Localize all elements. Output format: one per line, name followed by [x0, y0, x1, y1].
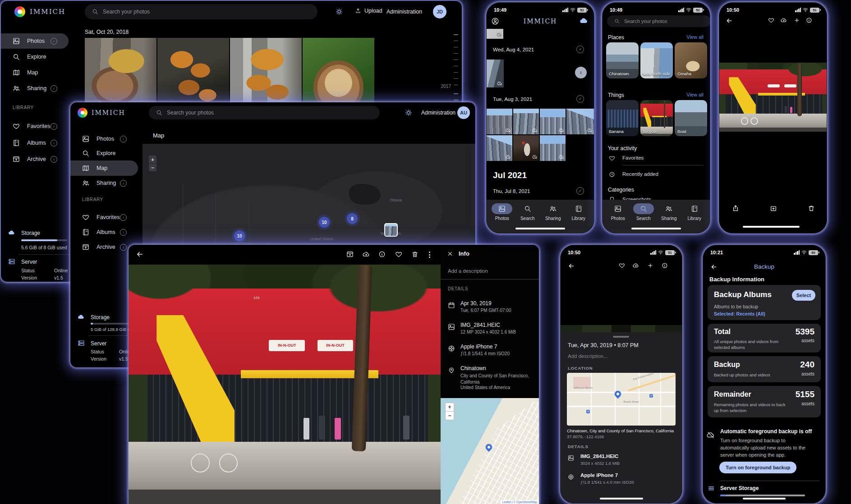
sidebar-item-archive[interactable]: Archive: [1, 151, 69, 167]
sidebar-item-favorites[interactable]: Favorites: [70, 210, 138, 225]
select-all-checkbox[interactable]: [576, 187, 584, 195]
immich-logo-icon[interactable]: [78, 108, 87, 118]
map-cluster[interactable]: 10: [234, 230, 245, 241]
home-indicator[interactable]: [631, 228, 681, 229]
thing-card[interactable]: Bicycle: [640, 100, 673, 136]
upload-button[interactable]: Upload: [355, 8, 382, 14]
search-input[interactable]: Search your photos: [85, 4, 317, 19]
description-input[interactable]: Add description...: [568, 353, 608, 359]
info-button[interactable]: [378, 251, 386, 258]
map-zoom-out-button[interactable]: [445, 411, 454, 420]
cloud-upload-button[interactable]: [781, 17, 787, 23]
photo-thumbnail[interactable]: [540, 135, 566, 161]
turn-on-foreground-backup-button[interactable]: Turn on foreground backup: [719, 462, 796, 473]
sidebar-item-map[interactable]: Map: [1, 65, 69, 80]
thing-card[interactable]: Boat: [675, 100, 707, 136]
sidebar-item-explore[interactable]: Explore: [1, 49, 69, 64]
home-indicator[interactable]: [743, 226, 800, 228]
info-icon[interactable]: [120, 229, 127, 236]
place-card[interactable]: Near north side: [640, 42, 673, 78]
activity-recent-row[interactable]: Recently added: [622, 171, 658, 177]
photo-edge-strip[interactable]: [561, 325, 682, 332]
add-to-album-button[interactable]: [794, 17, 800, 23]
places-view-all-link[interactable]: View all: [686, 34, 704, 40]
map-attribution[interactable]: Leaflet | © OpenStreetMap: [501, 500, 539, 504]
info-icon[interactable]: [120, 180, 127, 187]
sidebar-item-sharing[interactable]: Sharing: [70, 175, 138, 191]
activity-favorites-row[interactable]: Favorites: [622, 155, 644, 160]
favorite-heart-button[interactable]: [395, 251, 402, 258]
select-all-checkbox[interactable]: [576, 95, 584, 103]
timeline-scrubber[interactable]: [454, 34, 458, 88]
archive-button[interactable]: [346, 251, 354, 258]
photo-thumbnail[interactable]: [540, 109, 566, 134]
timeline-drag-handle[interactable]: [575, 67, 587, 78]
photo-thumbnail[interactable]: [513, 109, 539, 134]
administration-link[interactable]: Administration: [421, 110, 455, 116]
sidebar-item-archive[interactable]: Archive: [70, 239, 138, 255]
sidebar-item-albums[interactable]: Albums: [70, 225, 138, 240]
favorite-heart-button[interactable]: [768, 17, 774, 23]
sidebar-item-albums[interactable]: Albums: [1, 135, 69, 151]
close-icon[interactable]: [447, 251, 453, 257]
nav-photos[interactable]: Photos: [489, 203, 515, 233]
sidebar-item-map[interactable]: Map: [70, 160, 138, 176]
location-map[interactable]: Jefferson Street Beach Street The Embarc…: [567, 373, 676, 426]
info-map[interactable]: Leaflet | © OpenStreetMap: [441, 398, 539, 504]
photo-thumbnail[interactable]: [566, 109, 594, 134]
map-cluster[interactable]: 8: [347, 213, 358, 224]
nav-library[interactable]: Library: [566, 203, 592, 233]
place-card[interactable]: Chinatown: [606, 42, 639, 78]
photo-thumbnail[interactable]: [487, 29, 503, 39]
info-icon[interactable]: [51, 85, 57, 92]
info-icon[interactable]: [120, 136, 127, 142]
immich-logo-icon[interactable]: [14, 6, 25, 17]
search-input[interactable]: Search your photos: [149, 106, 380, 119]
back-button[interactable]: [726, 17, 733, 24]
description-input[interactable]: Add a description: [448, 268, 488, 274]
info-icon[interactable]: [51, 123, 57, 130]
nav-photos[interactable]: Photos: [605, 203, 631, 233]
theme-toggle-button[interactable]: [405, 109, 412, 116]
administration-link[interactable]: Administration: [386, 9, 422, 15]
info-icon[interactable]: [51, 38, 57, 45]
user-avatar[interactable]: JD: [433, 5, 446, 18]
add-to-album-button[interactable]: [647, 262, 653, 269]
info-icon[interactable]: [120, 244, 127, 251]
nav-library[interactable]: Library: [682, 203, 708, 233]
backup-cloud-icon[interactable]: [580, 16, 589, 25]
cloud-upload-button[interactable]: [363, 251, 370, 258]
select-albums-button[interactable]: Select: [792, 290, 815, 301]
sidebar-item-photos[interactable]: Photos: [1, 33, 69, 49]
info-icon[interactable]: [51, 156, 57, 163]
map-zoom-out-button[interactable]: [149, 164, 156, 171]
back-button[interactable]: [136, 250, 144, 258]
photo-viewer-image[interactable]: [719, 63, 827, 132]
place-card[interactable]: Omaha: [675, 42, 707, 78]
photo-viewer-image[interactable]: 123 IN-N-OUT IN-N-OUT: [129, 265, 441, 504]
home-indicator[interactable]: [743, 498, 786, 499]
sidebar-item-favorites[interactable]: Favorites: [1, 119, 69, 134]
info-icon[interactable]: [120, 214, 127, 221]
info-button[interactable]: [806, 17, 812, 23]
trash-button[interactable]: [411, 251, 419, 258]
things-view-all-link[interactable]: View all: [686, 92, 704, 97]
thing-card[interactable]: Banana: [606, 100, 639, 136]
sidebar-item-explore[interactable]: Explore: [70, 146, 138, 161]
back-button[interactable]: [568, 262, 575, 270]
photo-thumbnail[interactable]: [487, 109, 512, 134]
home-indicator[interactable]: [515, 228, 565, 229]
archive-button[interactable]: [770, 205, 777, 212]
more-options-button[interactable]: [429, 252, 430, 258]
select-all-checkbox[interactable]: [576, 46, 584, 53]
sidebar-item-photos[interactable]: Photos: [70, 131, 138, 147]
user-avatar[interactable]: AU: [457, 106, 470, 119]
sidebar-item-sharing[interactable]: Sharing: [1, 81, 69, 96]
sheet-drag-handle[interactable]: [613, 336, 629, 338]
favorite-heart-button[interactable]: [619, 262, 625, 269]
photo-thumbnail[interactable]: [487, 135, 512, 161]
search-input[interactable]: Search your photos: [607, 15, 710, 27]
share-button[interactable]: [732, 205, 739, 212]
map-zoom-in-button[interactable]: [149, 156, 156, 163]
map-cluster[interactable]: 10: [319, 217, 330, 228]
